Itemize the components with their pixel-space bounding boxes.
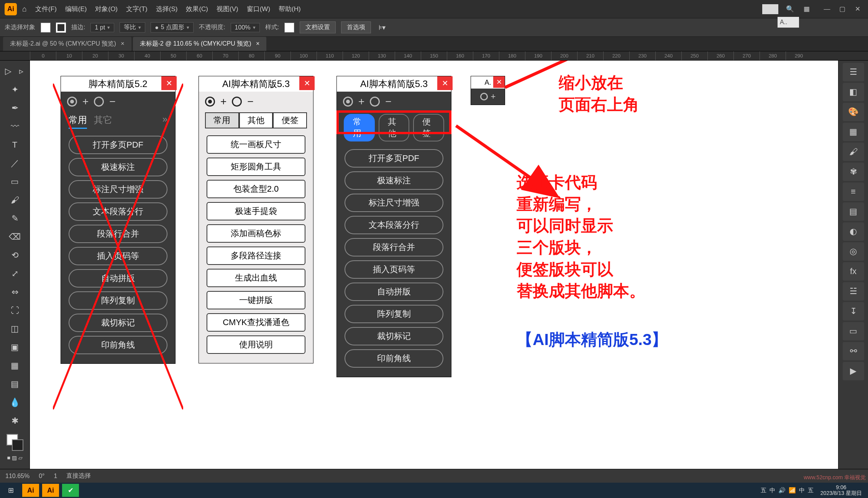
panel53d-close[interactable]: ✕ <box>437 76 453 90</box>
type-tool[interactable]: T <box>3 136 27 153</box>
scale-mode-dropdown[interactable]: 等比▾ <box>120 22 145 33</box>
magic-wand-tool[interactable]: ✦ <box>3 81 27 98</box>
radio-on-icon[interactable] <box>67 97 77 107</box>
plus-icon[interactable]: + <box>220 95 226 108</box>
rotate-angle[interactable]: 0° <box>39 473 44 480</box>
start-button[interactable]: ⊞ <box>2 484 19 497</box>
panel-artboards[interactable]: ▭ <box>843 322 864 340</box>
script-button[interactable]: 极速标注 <box>69 158 167 176</box>
script-button[interactable]: 矩形圆角工具 <box>207 158 305 176</box>
home-icon[interactable]: ⌂ <box>22 5 27 13</box>
panel53l-close[interactable]: ✕ <box>299 76 315 90</box>
taskbar-clock[interactable]: 9:06 2023/8/13 星期日 <box>817 485 866 496</box>
rectangle-tool[interactable]: ▭ <box>3 173 27 190</box>
script-button[interactable]: 统一画板尺寸 <box>207 135 305 154</box>
menu-object[interactable]: 对象(O) <box>92 3 121 15</box>
eyedropper-tool[interactable]: 💧 <box>3 394 27 411</box>
radio-on-icon[interactable] <box>343 97 353 107</box>
tray-network-icon[interactable]: 📶 <box>789 487 796 494</box>
rotate-tool[interactable]: ⟲ <box>3 247 27 264</box>
direct-selection-tool[interactable]: ▹ <box>16 63 27 80</box>
menubar-tiny-script-box[interactable]: A.. <box>778 17 799 28</box>
panel-gradient[interactable]: ▤ <box>843 202 864 221</box>
shaper-tool[interactable]: ✎ <box>3 210 27 227</box>
menu-window[interactable]: 窗口(W) <box>244 3 273 15</box>
stroke-weight-dropdown[interactable]: 1 pt▾ <box>90 23 114 32</box>
minus-icon[interactable]: − <box>109 95 115 108</box>
shape-builder-tool[interactable]: ◫ <box>3 320 27 337</box>
pill-other[interactable]: 其他 <box>379 114 410 141</box>
script-button[interactable]: 阵列复制 <box>69 291 167 310</box>
corner-dropdown[interactable]: ●5 点圆形▾ <box>151 22 194 33</box>
script-button[interactable]: 包装盒型2.0 <box>207 180 305 198</box>
selection-tool[interactable]: ▷ <box>3 63 14 80</box>
radio-off-icon[interactable] <box>370 97 380 107</box>
panel-appearance[interactable]: ◎ <box>843 242 864 261</box>
align-icon[interactable]: ⊧▾ <box>379 23 386 32</box>
tray-volume-icon[interactable]: 🔊 <box>778 487 786 494</box>
script-button[interactable]: 文本段落分行 <box>345 216 443 234</box>
radio-off-icon[interactable] <box>232 97 242 107</box>
script-button[interactable]: 阵列复制 <box>345 305 443 323</box>
panel-links[interactable]: ⚯ <box>843 342 864 360</box>
menu-view[interactable]: 视图(V) <box>213 3 241 15</box>
panel-properties[interactable]: ☰ <box>843 63 864 81</box>
stroke-swatch[interactable] <box>56 23 66 33</box>
fill-swatch[interactable] <box>41 23 51 33</box>
pen-tool[interactable]: ✒ <box>3 100 27 117</box>
minus-icon[interactable]: − <box>247 95 253 108</box>
tab-other[interactable]: 其它 <box>94 114 112 129</box>
menu-file[interactable]: 文件(F) <box>32 3 60 15</box>
panel-graphic-styles[interactable]: fx <box>843 262 864 281</box>
workspace-layout-icon[interactable]: ▦ <box>801 4 812 15</box>
document-settings-button[interactable]: 文档设置 <box>300 21 336 33</box>
mini-close[interactable]: ✕ <box>493 76 505 88</box>
script-button[interactable]: 打开多页PDF <box>345 149 443 168</box>
line-tool[interactable]: ／ <box>3 155 27 172</box>
tray-lang2-icon[interactable]: 中 <box>799 487 805 494</box>
tray-ime-icon[interactable]: 五 <box>761 487 766 494</box>
script-button[interactable]: 裁切标记 <box>345 327 443 345</box>
script-button[interactable]: 多段路径连接 <box>207 247 305 265</box>
plus-icon[interactable]: + <box>82 95 89 108</box>
paintbrush-tool[interactable]: 🖌 <box>3 192 27 209</box>
script-button[interactable]: 插入页码等 <box>69 247 167 265</box>
script-button[interactable]: 标注尺寸增强 <box>345 194 443 212</box>
script-button[interactable]: 段落行合并 <box>345 238 443 256</box>
artboard-number[interactable]: 1 <box>54 473 57 480</box>
panel-libraries[interactable]: ◧ <box>843 83 864 101</box>
tab-other[interactable]: 其他 <box>239 112 273 128</box>
script-button[interactable]: 自动拼版 <box>69 269 167 288</box>
perspective-tool[interactable]: ▣ <box>3 339 27 356</box>
artboard[interactable]: 脚本精简版5.2✕ + − 常用 其它 » 打开多页PDF极速标注标注尺寸增强文… <box>30 61 838 469</box>
radio-off-icon[interactable] <box>94 97 104 107</box>
free-transform-tool[interactable]: ⛶ <box>3 302 27 319</box>
panel-asset-export[interactable]: ↧ <box>843 302 864 320</box>
zoom-level[interactable]: 110.65% <box>5 473 30 480</box>
pill-notes[interactable]: 便签 <box>413 114 444 141</box>
fill-stroke-color[interactable] <box>7 434 23 451</box>
eraser-tool[interactable]: ⌫ <box>3 228 27 245</box>
scale-tool[interactable]: ⤢ <box>3 265 27 282</box>
panel-transparency[interactable]: ◐ <box>843 222 864 241</box>
menu-effect[interactable]: 效果(C) <box>183 3 211 15</box>
expand-icon[interactable]: » <box>162 114 167 129</box>
script-button[interactable]: 印前角线 <box>345 349 443 368</box>
script-button[interactable]: 使用说明 <box>207 335 305 354</box>
preferences-button[interactable]: 首选项 <box>341 21 371 33</box>
panel-layers[interactable]: ☱ <box>843 282 864 301</box>
script-button[interactable]: 添加画稿色标 <box>207 224 305 243</box>
panel-swatches[interactable]: ▦ <box>843 123 864 141</box>
script-button[interactable]: 文本段落分行 <box>69 202 167 221</box>
script-button[interactable]: 极速手提袋 <box>207 202 305 220</box>
radio-on-icon[interactable] <box>205 97 215 107</box>
taskbar-illustrator-1[interactable]: Ai <box>22 484 39 497</box>
panel-stroke[interactable]: ≡ <box>843 182 864 201</box>
color-mode-icons[interactable]: ■ ▨ ▱ <box>3 452 27 463</box>
script-button[interactable]: CMYK查找潘通色 <box>207 313 305 332</box>
graphic-style-swatch[interactable] <box>284 23 294 33</box>
tab-notes[interactable]: 便签 <box>273 112 307 128</box>
taskbar-app-green[interactable]: ✔ <box>62 484 79 497</box>
doc-tab-1[interactable]: 未标题-2.ai @ 50 % (CMYK/CPU 预览) × <box>3 37 131 51</box>
panel-color[interactable]: 🎨 <box>843 103 864 121</box>
